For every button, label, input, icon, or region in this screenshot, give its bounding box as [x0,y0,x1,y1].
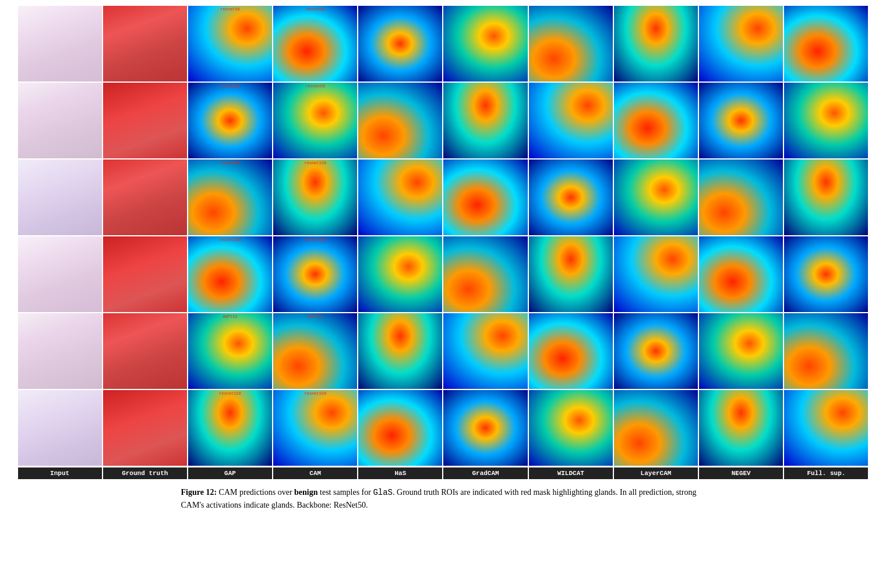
cell-r5-gap: resnet150 [188,390,272,466]
col-label-gradcam: GradCAM [443,467,527,479]
cell-r0-wildcat [529,6,613,82]
cell-r2-cam: resnet150 [273,160,357,235]
cell-r5-gt [103,390,187,466]
cell-r3-layercam [614,236,698,312]
col-label-wildcat: WILDCAT [529,467,613,479]
cell-r1-gradcam [443,83,527,158]
cell-r2-negev [699,160,783,235]
cell-r5-negev [699,390,783,466]
cell-r4-gt [103,313,187,389]
cell-r1-negev [699,83,783,158]
gap-label-r0: resnet50 [220,7,240,12]
cell-r2-gradcam [443,160,527,235]
cam-label-r4: AdPt15 [308,314,323,319]
cell-r5-cam: resnet150 [273,390,357,466]
cell-r2-has [358,160,442,235]
cell-r0-cam: resnet50 [273,6,357,82]
caption-text-2: test samples for [318,488,373,497]
cell-r4-gap: AdPt15 [188,313,272,389]
col-label-input: Input [18,467,102,479]
cell-r0-gap: resnet50 [188,6,272,82]
cell-r0-gt [103,6,187,82]
cell-r4-negev [699,313,783,389]
gap-label-r4: AdPt15 [223,314,237,319]
cell-r1-gt [103,83,187,158]
cell-r5-layercam [614,390,698,466]
cell-r5-input [18,390,102,466]
cell-r5-fullsup [784,390,868,466]
cell-r2-fullsup [784,160,868,235]
caption-bold-benign: benign [294,488,317,497]
cell-r3-cam: resnet150 [273,236,357,312]
cam-label-r2: resnet150 [304,161,326,165]
gap-label-r3: resnet150 [219,238,241,242]
image-grid: resnet50 resnet50 [18,6,869,466]
col-label-fullsup: Full. sup. [784,467,868,479]
cell-r3-input [18,236,102,312]
cell-r0-input [18,6,102,82]
image-grid-section: resnet50 resnet50 [18,6,869,479]
cell-r5-gradcam [443,390,527,466]
cell-r2-input [18,160,102,235]
cell-r1-cam: resnet50 [273,83,357,158]
cell-r1-wildcat [529,83,613,158]
col-label-gt: Ground truth [103,467,187,479]
cell-r1-has [358,83,442,158]
caption-text-1: CAM predictions over [217,488,294,497]
cell-r1-fullsup [784,83,868,158]
col-label-gap: GAP [188,467,272,479]
cell-r3-fullsup [784,236,868,312]
col-label-layercam: LayerCAM [614,467,698,479]
cell-r4-wildcat [529,313,613,389]
cam-label-r5: resnet150 [304,391,326,396]
cell-r3-negev [699,236,783,312]
gap-label-r5: resnet150 [219,391,241,396]
cam-label-r3: resnet150 [304,238,326,242]
cam-label-r1: resnet50 [305,84,325,88]
cell-r3-has [358,236,442,312]
col-label-has: HaS [358,467,442,479]
cell-r0-has [358,6,442,82]
gap-label-r1: resnet50 [220,84,240,88]
cell-r2-wildcat [529,160,613,235]
cell-r4-has [358,313,442,389]
cell-r5-has [358,390,442,466]
col-label-cam: CAM [273,467,357,479]
gap-label-r2: resnet50 [220,161,240,165]
column-label-row: Input Ground truth GAP CAM HaS GradCAM W… [18,467,869,479]
cell-r4-gradcam [443,313,527,389]
col-label-negev: NEGEV [699,467,783,479]
cell-r3-gradcam [443,236,527,312]
cell-r1-input [18,83,102,158]
cell-r3-gap: resnet150 [188,236,272,312]
cell-r4-cam: AdPt15 [273,313,357,389]
cell-r0-fullsup [784,6,868,82]
cell-r4-fullsup [784,313,868,389]
cell-r0-layercam [614,6,698,82]
cell-r1-gap: resnet50 [188,83,272,158]
cell-r1-layercam [614,83,698,158]
cell-r4-input [18,313,102,389]
figure-caption: Figure 12: CAM predictions over benign t… [181,486,705,511]
cell-r5-wildcat [529,390,613,466]
cell-r0-gradcam [443,6,527,82]
cell-r0-negev [699,6,783,82]
cell-r2-layercam [614,160,698,235]
cell-r3-wildcat [529,236,613,312]
cell-r3-gt [103,236,187,312]
caption-mono-glas: GlaS [373,488,393,497]
main-container: resnet50 resnet50 [0,0,886,588]
cell-r4-layercam [614,313,698,389]
figure-label: Figure 12: [181,488,217,497]
cam-label-r0: resnet50 [305,7,325,12]
cell-r2-gt [103,160,187,235]
cell-r2-gap: resnet50 [188,160,272,235]
